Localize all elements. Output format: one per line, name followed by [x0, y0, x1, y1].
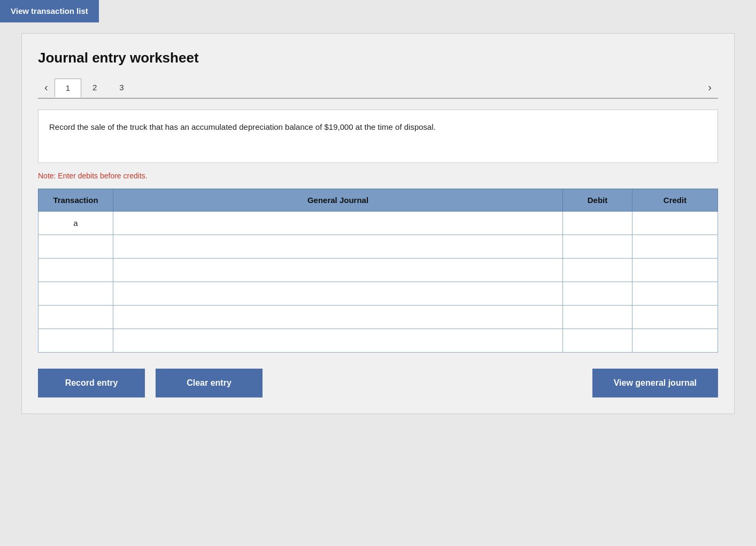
transaction-cell	[38, 282, 113, 306]
debit-input[interactable]	[563, 212, 632, 235]
debit-cell[interactable]	[563, 329, 632, 353]
credit-cell[interactable]	[632, 212, 718, 235]
transaction-cell	[38, 306, 113, 329]
col-header-debit: Debit	[563, 189, 632, 212]
transaction-cell	[38, 329, 113, 353]
general-journal-cell[interactable]	[113, 212, 563, 235]
credit-cell[interactable]	[632, 259, 718, 282]
credit-input[interactable]	[632, 306, 718, 329]
credit-cell[interactable]	[632, 329, 718, 353]
record-entry-button[interactable]: Record entry	[38, 369, 145, 397]
clear-entry-button[interactable]: Clear entry	[156, 369, 263, 397]
general-journal-input[interactable]	[113, 282, 562, 305]
description-box: Record the sale of the truck that has an…	[38, 110, 718, 163]
debit-cell[interactable]	[563, 259, 632, 282]
debit-cell[interactable]	[563, 212, 632, 235]
view-transaction-list-link[interactable]: View transaction list	[11, 6, 88, 15]
general-journal-cell[interactable]	[113, 259, 563, 282]
main-container: Journal entry worksheet ‹ 1 2 3 › Record…	[21, 33, 735, 414]
action-buttons: Record entry Clear entry View general jo…	[38, 369, 718, 397]
transaction-cell: a	[38, 212, 113, 235]
general-journal-input[interactable]	[113, 235, 562, 258]
general-journal-input[interactable]	[113, 212, 562, 235]
debit-cell[interactable]	[563, 235, 632, 259]
debit-input[interactable]	[563, 235, 632, 258]
col-header-credit: Credit	[632, 189, 718, 212]
table-row	[38, 259, 718, 282]
tab-1[interactable]: 1	[55, 79, 81, 98]
tab-2[interactable]: 2	[81, 78, 108, 97]
debit-cell[interactable]	[563, 306, 632, 329]
credit-cell[interactable]	[632, 306, 718, 329]
general-journal-cell[interactable]	[113, 282, 563, 306]
table-row	[38, 306, 718, 329]
debit-cell[interactable]	[563, 282, 632, 306]
col-header-general-journal: General Journal	[113, 189, 563, 212]
description-text: Record the sale of the truck that has an…	[49, 122, 436, 131]
debit-input[interactable]	[563, 306, 632, 329]
credit-input[interactable]	[632, 235, 718, 258]
transaction-cell	[38, 259, 113, 282]
credit-cell[interactable]	[632, 282, 718, 306]
col-header-transaction: Transaction	[38, 189, 113, 212]
tab-3[interactable]: 3	[108, 78, 135, 97]
general-journal-cell[interactable]	[113, 235, 563, 259]
credit-input[interactable]	[632, 329, 718, 352]
table-row	[38, 282, 718, 306]
top-bar[interactable]: View transaction list	[0, 0, 99, 22]
general-journal-cell[interactable]	[113, 306, 563, 329]
transaction-cell	[38, 235, 113, 259]
credit-cell[interactable]	[632, 235, 718, 259]
general-journal-input[interactable]	[113, 329, 562, 352]
general-journal-input[interactable]	[113, 259, 562, 282]
credit-input[interactable]	[632, 282, 718, 305]
general-journal-input[interactable]	[113, 306, 562, 329]
debit-input[interactable]	[563, 259, 632, 282]
view-general-journal-button[interactable]: View general journal	[592, 369, 718, 397]
note-text: Note: Enter debits before credits.	[38, 171, 718, 180]
table-row	[38, 235, 718, 259]
debit-input[interactable]	[563, 329, 632, 352]
tabs-navigation: ‹ 1 2 3 ›	[38, 77, 718, 99]
table-row: a	[38, 212, 718, 235]
credit-input[interactable]	[632, 259, 718, 282]
journal-table: Transaction General Journal Debit Credit…	[38, 189, 718, 353]
general-journal-cell[interactable]	[113, 329, 563, 353]
credit-input[interactable]	[632, 212, 718, 235]
prev-arrow[interactable]: ‹	[38, 77, 55, 98]
table-row	[38, 329, 718, 353]
worksheet-title: Journal entry worksheet	[38, 50, 718, 66]
debit-input[interactable]	[563, 282, 632, 305]
next-arrow[interactable]: ›	[701, 77, 718, 98]
